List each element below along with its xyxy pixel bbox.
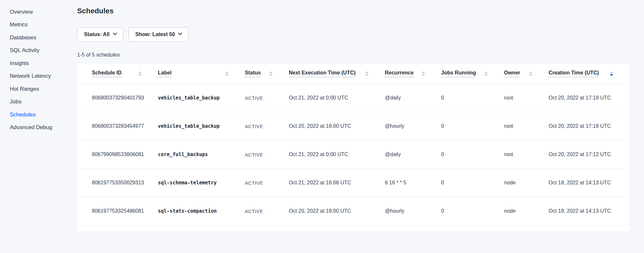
status-filter-label: Status: All [84, 32, 110, 37]
cell-label: sql-stats-compaction [158, 208, 245, 214]
cell-recurrence: @hourly [385, 123, 441, 129]
cell-jobs-running: 0 [441, 123, 504, 129]
cell-owner: node [504, 180, 549, 186]
cell-label: core_full_backups [158, 152, 245, 157]
sidebar-item-label: Metrics [10, 21, 28, 28]
cell-creation-time: Oct 20, 2022 at 17:12 UTC [549, 152, 629, 157]
column-header-label: Schedule ID [92, 70, 122, 77]
sidebar-item-label: Hot Ranges [10, 86, 39, 92]
column-header-label[interactable]: Label [158, 70, 245, 77]
column-header-jobs-running[interactable]: Jobs Running [441, 70, 504, 77]
sidebar-item-label: Overview [10, 9, 33, 15]
show-filter-label: Show: Latest 50 [135, 32, 175, 37]
sort-arrows-icon [610, 71, 613, 76]
sidebar-item-databases[interactable]: Databases [0, 31, 77, 44]
cell-status: ACTIVE [245, 152, 289, 157]
column-header-next-execution-time[interactable]: Next Execution Time (UTC) [289, 70, 385, 77]
sidebar-item-insights[interactable]: Insights [0, 57, 77, 70]
cell-schedule-id: 806800373290401793 [92, 95, 158, 101]
sidebar-item-label: Jobs [10, 99, 21, 105]
cell-schedule-id: 806197753325486081 [92, 208, 158, 214]
main-content: Schedules Status: All Show: Latest 50 1-… [77, 0, 644, 253]
sidebar-item-label: Schedules [10, 112, 35, 118]
chevron-down-icon [178, 31, 182, 35]
sort-arrows-icon [365, 71, 369, 76]
page-title: Schedules [77, 7, 629, 16]
results-count: 1-5 of 5 schedules [77, 51, 629, 59]
show-filter-dropdown[interactable]: Show: Latest 50 [129, 27, 189, 42]
cell-recurrence: 6 16 * * 5 [385, 180, 441, 186]
cell-next-execution-time: Oct 20, 2022 at 18:00 UTC [289, 123, 385, 129]
cell-creation-time: Oct 20, 2022 at 17:18 UTC [549, 123, 629, 129]
column-header-label: Label [158, 70, 172, 77]
cell-status: ACTIVE [245, 95, 289, 101]
table-row: 806197753350029313 sql-schema-telemetry … [77, 169, 629, 197]
table-row: 806800373290401793 vehicles_table_backup… [77, 84, 629, 112]
column-header-creation-time[interactable]: Creation Time (UTC) [549, 70, 629, 77]
table-row: 806800373283454977 vehicles_table_backup… [77, 112, 629, 140]
column-header-schedule-id[interactable]: Schedule ID [92, 70, 158, 77]
sidebar: Overview Metrics Databases SQL Activity … [0, 0, 77, 253]
cell-jobs-running: 0 [441, 180, 504, 186]
cell-recurrence: @hourly [385, 208, 441, 214]
column-header-label: Owner [504, 70, 520, 77]
sort-arrows-icon [422, 71, 425, 76]
sidebar-item-jobs[interactable]: Jobs [0, 96, 77, 109]
sidebar-item-metrics[interactable]: Metrics [0, 19, 77, 32]
column-header-label: Creation Time (UTC) [549, 70, 599, 77]
cell-next-execution-time: Oct 20, 2022 at 18:00 UTC [289, 208, 385, 214]
cell-schedule-id: 806799098533806081 [92, 152, 158, 157]
sidebar-item-overview[interactable]: Overview [0, 6, 77, 19]
table-header-row: Schedule ID Label Status Next Execution … [77, 64, 629, 84]
column-header-label: Status [245, 70, 261, 77]
cell-label: vehicles_table_backup [158, 123, 245, 129]
column-header-label: Jobs Running [441, 70, 476, 77]
sidebar-item-network-latency[interactable]: Network Latency [0, 70, 77, 83]
cell-owner: node [504, 208, 549, 214]
column-header-owner[interactable]: Owner [504, 70, 549, 77]
cell-recurrence: @daily [385, 152, 441, 157]
cell-label: sql-schema-telemetry [158, 180, 245, 186]
cell-owner: root [504, 152, 549, 157]
sort-arrows-icon [138, 71, 142, 76]
column-header-status[interactable]: Status [245, 70, 289, 77]
sidebar-item-hot-ranges[interactable]: Hot Ranges [0, 83, 77, 96]
cell-owner: root [504, 123, 549, 129]
status-filter-dropdown[interactable]: Status: All [77, 27, 123, 42]
cell-label: vehicles_table_backup [158, 95, 245, 101]
sidebar-item-label: SQL Activity [10, 47, 39, 54]
sidebar-item-label: Advanced Debug [10, 124, 52, 131]
cell-creation-time: Oct 18, 2022 at 14:13 UTC [549, 208, 629, 214]
sort-arrows-icon [484, 71, 488, 76]
cell-schedule-id: 806800373283454977 [92, 123, 158, 129]
cell-creation-time: Oct 18, 2022 at 14:13 UTC [549, 180, 629, 186]
cell-status: ACTIVE [245, 208, 289, 214]
table-row: 806799098533806081 core_full_backups ACT… [77, 140, 629, 169]
cell-status: ACTIVE [245, 180, 289, 186]
cell-recurrence: @daily [385, 95, 441, 101]
sidebar-item-sql-activity[interactable]: SQL Activity [0, 44, 77, 57]
cell-jobs-running: 0 [441, 95, 504, 101]
cell-next-execution-time: Oct 21, 2022 at 0:00 UTC [289, 95, 385, 101]
sort-arrows-icon [225, 71, 229, 76]
sort-arrows-icon [269, 71, 273, 76]
table-row: 806197753325486081 sql-stats-compaction … [77, 197, 629, 225]
column-header-recurrence[interactable]: Recurrence [385, 70, 441, 77]
cell-jobs-running: 0 [441, 152, 504, 157]
schedules-table-card: Schedule ID Label Status Next Execution … [77, 64, 629, 231]
cell-owner: root [504, 95, 549, 101]
cell-creation-time: Oct 20, 2022 at 17:18 UTC [549, 95, 629, 101]
sidebar-item-label: Databases [10, 34, 36, 41]
sidebar-item-label: Network Latency [10, 73, 51, 79]
sidebar-item-schedules[interactable]: Schedules [0, 108, 77, 121]
cell-next-execution-time: Oct 21, 2022 at 16:06 UTC [289, 180, 385, 186]
column-header-label: Next Execution Time (UTC) [289, 70, 356, 77]
chevron-down-icon [113, 31, 117, 35]
cell-schedule-id: 806197753350029313 [92, 180, 158, 186]
cell-jobs-running: 0 [441, 208, 504, 214]
sort-arrows-icon [529, 71, 532, 76]
cell-status: ACTIVE [245, 124, 289, 129]
sidebar-item-advanced-debug[interactable]: Advanced Debug [0, 121, 77, 134]
filter-bar: Status: All Show: Latest 50 [77, 27, 629, 42]
app-root: Overview Metrics Databases SQL Activity … [0, 0, 644, 253]
